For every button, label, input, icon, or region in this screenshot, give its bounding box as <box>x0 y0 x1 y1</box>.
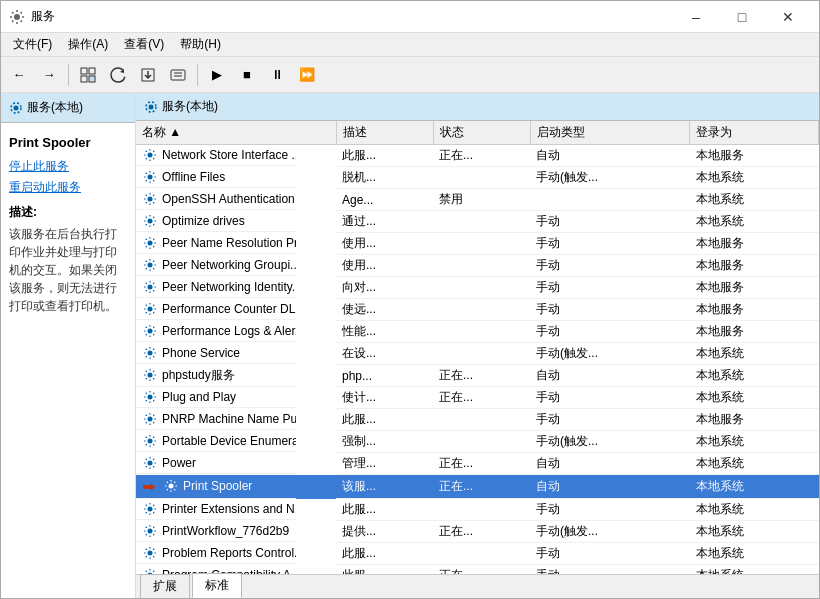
table-row[interactable]: Performance Logs & Aler...性能...手动本地服务 <box>136 321 819 343</box>
menu-view[interactable]: 查看(V) <box>116 34 172 55</box>
stop-service-link[interactable]: 停止此服务 <box>9 158 127 175</box>
col-header-login[interactable]: 登录为 <box>690 121 819 145</box>
svg-point-32 <box>148 528 153 533</box>
restart-service-link[interactable]: 重启动此服务 <box>9 179 127 196</box>
service-login-cell: 本地系统 <box>690 343 819 365</box>
minimize-button[interactable]: – <box>673 1 719 33</box>
service-login-cell: 本地系统 <box>690 521 819 543</box>
service-name-cell: Portable Device Enumera... <box>142 433 296 449</box>
service-login-cell: 本地系统 <box>690 431 819 453</box>
table-row[interactable]: PrintWorkflow_776d2b9提供...正在...手动(触发...本… <box>136 521 819 543</box>
service-name-text: Network Store Interface ... <box>162 148 296 162</box>
service-name-cell: PNRP Machine Name Pu... <box>142 411 296 427</box>
col-header-status[interactable]: 状态 <box>433 121 530 145</box>
table-row[interactable]: Phone Service在设...手动(触发...本地系统 <box>136 343 819 365</box>
service-desc-cell: 脱机... <box>336 167 433 189</box>
table-row[interactable]: Network Store Interface ...此服...正在...自动本… <box>136 145 819 167</box>
table-row[interactable]: OpenSSH Authentication ...Age...禁用本地系统 <box>136 189 819 211</box>
table-row[interactable]: ➡ Print Spooler该服...正在...自动本地系统 <box>136 475 819 499</box>
service-startup-cell <box>530 189 690 211</box>
service-name-text: PNRP Machine Name Pu... <box>162 412 296 426</box>
service-name-cell: Peer Networking Groupi... <box>142 257 296 273</box>
table-row[interactable]: Problem Reports Control...此服...手动本地系统 <box>136 543 819 565</box>
table-row[interactable]: Performance Counter DL...使远...手动本地服务 <box>136 299 819 321</box>
service-desc-cell: 此服... <box>336 145 433 167</box>
gear-icon <box>142 501 158 517</box>
service-desc-cell: 使用... <box>336 255 433 277</box>
stop-button[interactable]: ■ <box>233 61 261 89</box>
service-login-cell: 本地系统 <box>690 365 819 387</box>
table-row[interactable]: Offline Files脱机...手动(触发...本地系统 <box>136 167 819 189</box>
service-login-cell: 本地系统 <box>690 499 819 521</box>
table-row[interactable]: phpstudy服务php...正在...自动本地系统 <box>136 365 819 387</box>
table-row[interactable]: Power管理...正在...自动本地系统 <box>136 453 819 475</box>
menu-action[interactable]: 操作(A) <box>60 34 116 55</box>
col-header-name[interactable]: 名称 ▲ <box>136 121 336 145</box>
menu-help[interactable]: 帮助(H) <box>172 34 229 55</box>
left-panel-header: 服务(本地) <box>1 93 135 123</box>
table-row[interactable]: Optimize drives通过...手动本地系统 <box>136 211 819 233</box>
service-desc-cell: 通过... <box>336 211 433 233</box>
table-row[interactable]: PNRP Machine Name Pu...此服...手动本地服务 <box>136 409 819 431</box>
table-header-row: 名称 ▲ 描述 状态 启动类型 登录为 <box>136 121 819 145</box>
refresh-button[interactable] <box>104 61 132 89</box>
service-desc-cell: 性能... <box>336 321 433 343</box>
forward-button[interactable]: → <box>35 61 63 89</box>
service-status-cell <box>433 277 530 299</box>
service-status-cell: 正在... <box>433 453 530 475</box>
back-button[interactable]: ← <box>5 61 33 89</box>
service-name-text: phpstudy服务 <box>162 367 235 384</box>
table-row[interactable]: Peer Networking Groupi...使用...手动本地服务 <box>136 255 819 277</box>
gear-icon <box>142 433 158 449</box>
properties-button[interactable] <box>164 61 192 89</box>
service-table[interactable]: 名称 ▲ 描述 状态 启动类型 登录为 Network Store Interf… <box>136 121 819 574</box>
svg-point-25 <box>148 373 153 378</box>
right-panel-header: 服务(本地) <box>136 93 819 121</box>
service-status-cell: 正在... <box>433 365 530 387</box>
gear-icon <box>142 455 158 471</box>
svg-point-29 <box>148 460 153 465</box>
svg-point-17 <box>148 196 153 201</box>
right-panel: 服务(本地) 名称 ▲ 描述 状态 启动类型 登录为 <box>136 93 819 598</box>
service-status-cell <box>433 211 530 233</box>
service-name-text: Performance Counter DL... <box>162 302 296 316</box>
menu-bar: 文件(F) 操作(A) 查看(V) 帮助(H) <box>1 33 819 57</box>
service-login-cell: 本地系统 <box>690 453 819 475</box>
close-button[interactable]: ✕ <box>765 1 811 33</box>
menu-file[interactable]: 文件(F) <box>5 34 60 55</box>
selected-arrow-icon: ➡ <box>142 477 155 496</box>
restart-button[interactable]: ⏩ <box>293 61 321 89</box>
tab-standard[interactable]: 标准 <box>192 573 242 598</box>
service-name-cell: OpenSSH Authentication ... <box>142 191 296 207</box>
table-row[interactable]: Peer Networking Identity...向对...手动本地服务 <box>136 277 819 299</box>
svg-point-24 <box>148 350 153 355</box>
export-button[interactable] <box>134 61 162 89</box>
maximize-button[interactable]: □ <box>719 1 765 33</box>
tab-expand[interactable]: 扩展 <box>140 574 190 598</box>
service-desc-cell: 此服... <box>336 409 433 431</box>
service-status-cell <box>433 255 530 277</box>
service-login-cell: 本地系统 <box>690 565 819 575</box>
service-name-cell: Phone Service <box>142 345 240 361</box>
service-name-text: Peer Networking Groupi... <box>162 258 296 272</box>
svg-point-27 <box>148 416 153 421</box>
table-row[interactable]: Plug and Play使计...正在...手动本地系统 <box>136 387 819 409</box>
service-startup-cell: 手动 <box>530 387 690 409</box>
service-startup-cell: 手动 <box>530 233 690 255</box>
service-name-cell: Problem Reports Control... <box>142 545 296 561</box>
table-row[interactable]: Peer Name Resolution Pr...使用...手动本地服务 <box>136 233 819 255</box>
gear-icon <box>142 235 158 251</box>
pause-button[interactable]: ⏸ <box>263 61 291 89</box>
svg-point-31 <box>148 506 153 511</box>
service-startup-cell: 手动 <box>530 255 690 277</box>
service-status-cell <box>433 409 530 431</box>
col-header-startup[interactable]: 启动类型 <box>530 121 690 145</box>
col-header-desc[interactable]: 描述 <box>336 121 433 145</box>
table-row[interactable]: Portable Device Enumera...强制...手动(触发...本… <box>136 431 819 453</box>
table-row[interactable]: Printer Extensions and N...此服...手动本地系统 <box>136 499 819 521</box>
service-status-cell: 正在... <box>433 565 530 575</box>
service-name-cell: Peer Networking Identity... <box>142 279 296 295</box>
service-startup-cell: 自动 <box>530 365 690 387</box>
show-hide-console-tree-button[interactable] <box>74 61 102 89</box>
play-button[interactable]: ▶ <box>203 61 231 89</box>
